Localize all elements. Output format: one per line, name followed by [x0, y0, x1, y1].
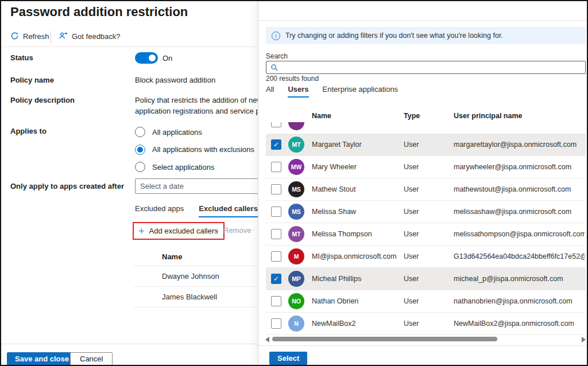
radio-icon[interactable]	[135, 162, 145, 172]
picker-pane: i Try changing or adding filters if you …	[258, 1, 588, 365]
user-name: Micheal Phillips	[312, 268, 361, 290]
policy-description-line2: application registrations and service pr…	[135, 107, 258, 115]
scroll-right-icon[interactable]	[582, 337, 586, 342]
list-item[interactable]: Dwayne Johnson	[133, 266, 258, 287]
page-title: Password addition restriction	[10, 5, 188, 20]
user-type: User	[404, 223, 419, 246]
row-checkbox[interactable]	[271, 318, 281, 329]
user-upn: nathanobrien@jispa.onmicrosoft.com	[454, 290, 585, 313]
policy-description-label: Policy description	[10, 96, 75, 104]
status-value: On	[163, 54, 172, 63]
policy-description-line1: Policy that restricts the addition of ne…	[135, 96, 258, 104]
applies-to-radio-option[interactable]: Select applications	[135, 162, 214, 172]
feedback-button[interactable]: Got feedback?	[59, 32, 121, 41]
user-upn: G13d642564ea04bdca24bbeff6fc17e52@jis	[454, 246, 585, 268]
avatar: MT	[288, 137, 304, 153]
table-row[interactable]: ✓ MP Micheal Phillips User micheal_p@jis…	[266, 268, 586, 290]
policy-pane: Password addition restriction ··· Refres…	[1, 1, 258, 365]
excluded-rows: Dwayne JohnsonJames Blackwell	[133, 266, 258, 307]
row-checkbox[interactable]	[271, 162, 281, 172]
user-upn: micheal_p@jispa.onmicrosoft.com	[454, 268, 585, 290]
refresh-icon	[10, 32, 19, 41]
radio-icon[interactable]	[135, 127, 145, 137]
user-name: Melissa Thompson	[312, 223, 372, 246]
row-checkbox[interactable]: ✓	[271, 274, 281, 284]
refresh-label: Refresh	[23, 32, 49, 41]
policy-footer: Save and close Cancel	[1, 344, 258, 365]
remove-label: Remove	[223, 226, 251, 235]
radio-label: Select applications	[152, 163, 214, 172]
scroll-left-icon[interactable]	[265, 337, 269, 342]
results-count: 200 results found	[266, 75, 319, 83]
more-options-icon[interactable]: ···	[163, 6, 173, 15]
status-label: Status	[10, 53, 33, 62]
date-input[interactable]	[135, 178, 258, 194]
applies-to-label: Applies to	[10, 127, 47, 135]
row-checkbox[interactable]	[271, 296, 281, 306]
avatar: MT	[288, 226, 304, 242]
column-header-upn: User principal name	[454, 112, 523, 120]
applies-to-radio-option[interactable]: All applications	[135, 127, 202, 137]
scrollbar-thumb[interactable]	[272, 337, 497, 341]
results-table-header: Name Type User principal name	[266, 112, 586, 123]
user-type: User	[404, 246, 419, 268]
avatar: M	[288, 248, 304, 264]
row-checkbox[interactable]	[271, 229, 281, 239]
user-upn: margarettaylor@jispa.onmicrosoft.com	[454, 134, 585, 156]
horizontal-scrollbar[interactable]	[264, 336, 586, 342]
picker-tab[interactable]: All	[266, 85, 274, 98]
command-bar: Refresh Got feedback?	[1, 28, 258, 47]
cancel-button[interactable]: Cancel	[70, 352, 113, 365]
table-row[interactable]: MW Mary Wheeler User marywheeler@jispa.o…	[266, 156, 586, 178]
radio-icon[interactable]	[135, 145, 145, 155]
avatar	[288, 122, 304, 130]
row-checkbox[interactable]	[271, 184, 281, 194]
picker-tabs: AllUsersEnterprise applications	[266, 85, 398, 98]
created-after-label: Only apply to apps created after	[10, 182, 124, 190]
user-type: User	[404, 178, 419, 201]
search-box	[266, 61, 586, 74]
user-type: User	[404, 290, 419, 313]
table-row[interactable]: NO Nathan Obrien User nathanobrien@jispa…	[266, 290, 586, 313]
save-and-close-button[interactable]: Save and close	[7, 352, 77, 365]
user-upn: NewMailBox2@jispa.onmicrosoft.com	[454, 313, 585, 335]
column-header-name: Name	[312, 112, 331, 120]
row-checkbox[interactable]: ✓	[271, 139, 281, 150]
excluded-table-header-name: Name	[133, 251, 258, 266]
picker-footer: Select	[258, 345, 588, 365]
results-table-body: ✓ MT Margaret Taylor User margarettaylor…	[266, 134, 586, 335]
search-input[interactable]	[281, 62, 580, 73]
avatar: MS	[288, 204, 304, 220]
row-checkbox[interactable]	[271, 122, 281, 127]
avatar: MP	[288, 271, 304, 287]
user-upn: marywheeler@jispa.onmicrosoft.com	[454, 156, 585, 178]
excluded-tab[interactable]: Excluded callers	[199, 204, 258, 217]
info-banner: i Try changing or adding filters if you …	[266, 27, 586, 44]
row-checkbox[interactable]	[271, 251, 281, 262]
user-type: User	[404, 268, 419, 290]
select-button[interactable]: Select	[269, 352, 307, 365]
partially-scrolled-row[interactable]	[266, 122, 586, 134]
radio-label: All applications	[152, 128, 202, 137]
toggle-knob	[149, 54, 156, 61]
table-row[interactable]: MS Melissa Shaw User melissashaw@jispa.o…	[266, 201, 586, 223]
table-row[interactable]: N NewMailBox2 User NewMailBox2@jispa.onm…	[266, 313, 586, 335]
list-item[interactable]: James Blackwell	[133, 287, 258, 307]
table-row[interactable]: MT Melissa Thompson User melissathompson…	[266, 223, 586, 246]
row-checkbox[interactable]	[271, 207, 281, 217]
status-toggle[interactable]	[135, 52, 158, 64]
picker-tab[interactable]: Users	[288, 85, 308, 98]
applies-to-radio-option[interactable]: All applications with exclusions	[135, 145, 254, 155]
remove-button[interactable]: — Remove	[211, 226, 251, 235]
refresh-button[interactable]: Refresh	[10, 32, 49, 41]
policy-name-value: Block password addition	[135, 76, 215, 84]
table-row[interactable]: MS Mathew Stout User mathewstout@jispa.o…	[266, 178, 586, 201]
picker-tab[interactable]: Enterprise applications	[323, 85, 399, 98]
avatar: N	[288, 316, 304, 332]
table-row[interactable]: M MI@jispa.onmicrosoft.com User G13d6425…	[266, 246, 586, 268]
user-name: Margaret Taylor	[312, 134, 362, 156]
minus-icon: —	[211, 226, 219, 235]
user-type: User	[404, 201, 419, 223]
excluded-tab[interactable]: Excluded apps	[135, 204, 184, 217]
table-row[interactable]: ✓ MT Margaret Taylor User margarettaylor…	[266, 134, 586, 156]
